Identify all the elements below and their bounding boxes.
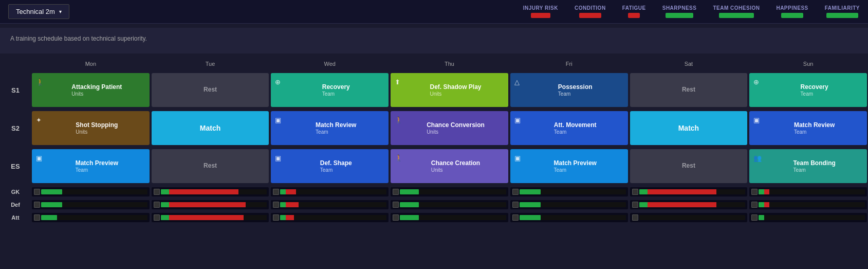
cell-title: Match: [678, 123, 699, 133]
workload-icon: [751, 202, 758, 208]
cell-s2-mon[interactable]: ✦ Shot Stopping Units: [32, 111, 150, 145]
cell-title: Team Bonding: [793, 159, 835, 168]
cell-s2-sun[interactable]: ▣ Match Review Team: [749, 111, 867, 145]
day-header-sat: Sat: [629, 58, 749, 70]
day-header-sun: Sun: [748, 58, 868, 70]
cell-s2-fri[interactable]: ▣ Att. Movement Team: [510, 111, 628, 145]
workload-bar-container: [639, 202, 746, 207]
workload-icon: [512, 202, 519, 208]
workload-bar-container: [759, 189, 865, 194]
workload-cell-def-sat[interactable]: [630, 200, 748, 209]
cell-title: Match Review: [316, 121, 356, 130]
workload-cell-def-thu[interactable]: [391, 200, 508, 209]
session-row-es: ES ▣ Match Preview Team Rest ▣ Def. Shap…: [0, 148, 868, 184]
cell-s2-thu[interactable]: 🚶 Chance Conversion Units: [391, 111, 508, 145]
workload-cell-def-sun[interactable]: [749, 200, 867, 209]
cell-icon: ⊕: [753, 78, 759, 86]
workload-cell-att-fri[interactable]: [510, 213, 628, 222]
cell-title: Possession: [558, 83, 593, 92]
workload-label-att: Att: [0, 212, 31, 223]
cell-title: Shot Stopping: [76, 121, 118, 130]
day-header-wed: Wed: [270, 58, 390, 70]
cell-es-wed[interactable]: ▣ Def. Shape Team: [271, 149, 389, 183]
workload-cell-att-sun[interactable]: [749, 213, 867, 222]
workload-bar-container: [400, 189, 506, 194]
cell-icon: △: [514, 78, 520, 86]
cell-subtitle: Units: [71, 91, 122, 97]
workload-cell-att-sat[interactable]: [630, 213, 748, 222]
stat-sharpness: SHARPNESS: [662, 5, 697, 18]
cell-es-sat[interactable]: Rest: [630, 149, 748, 183]
workload-icon: [751, 189, 758, 195]
stat-label-fatigue: FATIGUE: [622, 5, 646, 11]
workload-cell-def-mon[interactable]: [32, 200, 150, 209]
cell-s1-sun[interactable]: ⊕ Recovery Team: [749, 73, 867, 107]
workload-bar-container: [41, 189, 147, 194]
cell-es-mon[interactable]: ▣ Match Preview Team: [32, 149, 150, 183]
cell-title: Recovery: [801, 83, 828, 92]
schedule-dropdown[interactable]: Technical 2m ▾: [8, 4, 69, 19]
cell-subtitle: Team: [558, 91, 593, 97]
workload-icon: [154, 189, 160, 195]
cell-s1-wed[interactable]: ⊕ Recovery Team: [271, 73, 389, 107]
cell-subtitle: Team: [554, 167, 597, 173]
workload-bar-container: [41, 202, 147, 207]
cell-s1-sat[interactable]: Rest: [630, 73, 748, 107]
day-header-fri: Fri: [509, 58, 629, 70]
workload-cell-gk-sat[interactable]: [630, 187, 748, 196]
cell-icon: 🚶: [395, 116, 403, 124]
cell-s2-wed[interactable]: ▣ Match Review Team: [271, 111, 389, 145]
cell-icon: ▣: [36, 154, 42, 162]
workload-cell-att-mon[interactable]: [32, 213, 150, 222]
cell-es-thu[interactable]: 🚶 Chance Creation Units: [391, 149, 508, 183]
workload-cell-gk-thu[interactable]: [391, 187, 508, 196]
cell-es-sun[interactable]: 👥 Team Bonding Team: [749, 149, 867, 183]
workload-bar-container: [161, 189, 267, 194]
workload-bar-container: [639, 189, 746, 194]
cell-subtitle: Units: [427, 129, 485, 135]
workload-cell-gk-fri[interactable]: [510, 187, 628, 196]
workload-bar-container: [400, 215, 506, 220]
cell-title: Rest: [682, 86, 695, 94]
cell-icon: ▣: [753, 116, 760, 124]
workload-icon: [393, 202, 399, 208]
workload-cell-def-wed[interactable]: [271, 200, 389, 209]
stat-fatigue: FATIGUE: [622, 5, 646, 18]
workload-cell-gk-wed[interactable]: [271, 187, 389, 196]
workload-cell-att-wed[interactable]: [271, 213, 389, 222]
cell-title: Chance Conversion: [427, 121, 485, 130]
cell-s2-sat[interactable]: Match: [630, 111, 748, 145]
cell-es-fri[interactable]: ▣ Match Preview Team: [510, 149, 628, 183]
workload-cell-def-fri[interactable]: [510, 200, 628, 209]
cell-es-tue[interactable]: Rest: [152, 149, 269, 183]
workload-cell-gk-sun[interactable]: [749, 187, 867, 196]
cell-s1-thu[interactable]: ⬆ Def. Shadow Play Units: [391, 73, 508, 107]
workload-icon: [273, 189, 279, 195]
workload-icon: [34, 214, 40, 221]
workload-cell-gk-mon[interactable]: [32, 187, 150, 196]
cell-title: Chance Creation: [431, 159, 480, 168]
cell-icon: 🚶: [395, 154, 403, 162]
cell-icon: ▣: [275, 116, 281, 124]
cell-s1-mon[interactable]: 🚶 Attacking Patient Units: [32, 73, 150, 107]
cell-s1-tue[interactable]: Rest: [152, 73, 269, 107]
cell-s2-tue[interactable]: Match: [152, 111, 269, 145]
workload-cell-gk-tue[interactable]: [152, 187, 269, 196]
workload-cell-att-tue[interactable]: [152, 213, 269, 222]
workload-icon: [393, 189, 399, 195]
stat-label-condition: CONDITION: [575, 5, 606, 11]
workload-icon: [273, 202, 279, 208]
dropdown-label: Technical 2m: [16, 8, 55, 15]
day-header-mon: Mon: [31, 58, 151, 70]
stat-label-injury_risk: INJURY RISK: [523, 5, 558, 11]
workload-cell-att-thu[interactable]: [391, 213, 508, 222]
stat-condition: CONDITION: [575, 5, 606, 18]
workload-cell-def-tue[interactable]: [152, 200, 269, 209]
stat-label-sharpness: SHARPNESS: [662, 5, 697, 11]
cell-s1-fri[interactable]: △ Possession Team: [510, 73, 628, 107]
workload-bar-container: [41, 215, 147, 220]
cell-title: Def. Shape: [320, 159, 352, 168]
cell-title: Match: [200, 123, 220, 133]
workload-row-gk: GK: [0, 186, 868, 198]
workload-icon: [632, 189, 638, 195]
